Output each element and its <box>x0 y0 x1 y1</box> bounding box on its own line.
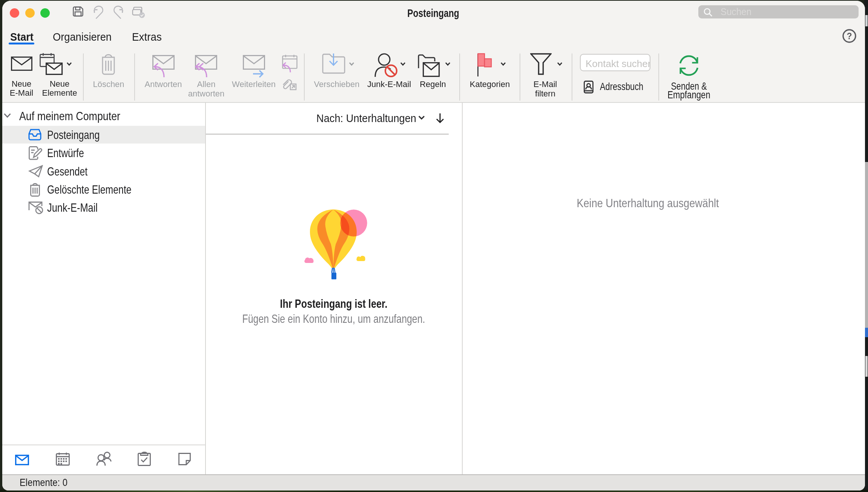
svg-text:?: ? <box>847 31 852 41</box>
